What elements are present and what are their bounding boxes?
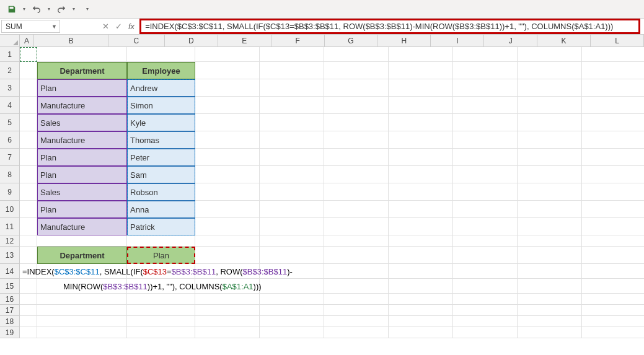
cell[interactable]	[518, 166, 582, 183]
row-header[interactable]: 18	[0, 316, 20, 327]
chevron-down-icon[interactable]: ▾	[71, 6, 77, 12]
cell[interactable]	[518, 264, 582, 279]
cell[interactable]	[518, 149, 582, 166]
cell[interactable]	[260, 47, 324, 62]
emp-cell[interactable]: Thomas	[127, 131, 195, 149]
cell[interactable]	[195, 218, 260, 235]
cell[interactable]	[389, 316, 453, 327]
cell[interactable]	[20, 294, 37, 305]
dept-cell[interactable]: Plan	[37, 149, 127, 166]
cell[interactable]	[389, 114, 453, 131]
cell[interactable]	[324, 247, 389, 264]
cell[interactable]	[324, 327, 389, 338]
cell[interactable]	[389, 235, 453, 247]
cell[interactable]	[389, 201, 453, 218]
dept-cell[interactable]: Manufacture	[37, 97, 127, 114]
cell[interactable]	[324, 79, 389, 97]
cell[interactable]	[453, 62, 518, 79]
cell[interactable]	[518, 327, 582, 338]
cell[interactable]	[324, 166, 389, 183]
cell[interactable]	[127, 47, 195, 62]
cell[interactable]	[453, 149, 518, 166]
dept-cell[interactable]: Manufacture	[37, 131, 127, 149]
cell[interactable]	[260, 114, 324, 131]
cell[interactable]	[389, 131, 453, 149]
cancel-icon[interactable]: ✕	[102, 22, 109, 31]
cell[interactable]	[20, 166, 37, 183]
cell[interactable]	[195, 327, 260, 338]
cell[interactable]	[195, 131, 260, 149]
emp-cell[interactable]: Andrew	[127, 79, 195, 97]
cell[interactable]	[582, 201, 644, 218]
cell[interactable]	[453, 131, 518, 149]
cell[interactable]	[195, 247, 260, 264]
cell[interactable]	[582, 166, 644, 183]
cell[interactable]	[582, 305, 644, 316]
cell[interactable]	[260, 97, 324, 114]
cell[interactable]	[453, 305, 518, 316]
cell[interactable]	[20, 114, 37, 131]
row-header[interactable]: 5	[0, 114, 20, 131]
cell[interactable]	[518, 114, 582, 131]
row-header[interactable]: 9	[0, 183, 20, 201]
emp-cell[interactable]: Anna	[127, 201, 195, 218]
cell[interactable]	[195, 114, 260, 131]
cell[interactable]	[195, 62, 260, 79]
cell[interactable]	[518, 316, 582, 327]
column-header[interactable]: E	[218, 35, 271, 47]
row-header[interactable]: 14	[0, 264, 20, 279]
cell[interactable]	[389, 47, 453, 62]
cell[interactable]	[195, 201, 260, 218]
dept-cell[interactable]: Plan	[37, 166, 127, 183]
cell[interactable]	[127, 235, 195, 247]
cell[interactable]	[582, 149, 644, 166]
cell[interactable]	[389, 218, 453, 235]
cell[interactable]	[20, 131, 37, 149]
row-header[interactable]: 19	[0, 327, 20, 338]
cell[interactable]	[389, 183, 453, 201]
cell[interactable]	[20, 201, 37, 218]
cell[interactable]	[260, 62, 324, 79]
row-header[interactable]: 1	[0, 47, 20, 62]
save-icon[interactable]	[4, 2, 20, 17]
cell[interactable]	[195, 97, 260, 114]
cell[interactable]	[195, 183, 260, 201]
emp-cell[interactable]: Patrick	[127, 218, 195, 235]
name-box[interactable]: SUM ▼	[1, 20, 60, 33]
select-all-corner[interactable]	[0, 35, 20, 47]
cell[interactable]	[20, 47, 37, 62]
row-header[interactable]: 13	[0, 247, 20, 264]
cell[interactable]	[453, 166, 518, 183]
cell[interactable]	[127, 294, 195, 305]
cell[interactable]	[260, 131, 324, 149]
emp-cell[interactable]: Simon	[127, 97, 195, 114]
cell[interactable]	[582, 47, 644, 62]
cell[interactable]	[518, 79, 582, 97]
column-header[interactable]: D	[165, 35, 218, 47]
customize-qat-icon[interactable]: ▾	[84, 6, 90, 12]
emp-cell[interactable]: Robson	[127, 183, 195, 201]
cell[interactable]	[20, 183, 37, 201]
cell[interactable]	[518, 201, 582, 218]
cell[interactable]	[260, 247, 324, 264]
cell[interactable]	[20, 235, 37, 247]
cell[interactable]	[582, 79, 644, 97]
cell[interactable]	[453, 47, 518, 62]
cell[interactable]	[324, 131, 389, 149]
cell[interactable]	[389, 79, 453, 97]
cell[interactable]	[195, 47, 260, 62]
column-header[interactable]: L	[591, 35, 644, 47]
cell[interactable]	[389, 305, 453, 316]
cell[interactable]	[20, 327, 37, 338]
column-header[interactable]: I	[431, 35, 484, 47]
cell[interactable]	[518, 47, 582, 62]
cell[interactable]	[20, 218, 37, 235]
cell[interactable]	[195, 79, 260, 97]
cell[interactable]	[127, 327, 195, 338]
cell[interactable]	[389, 149, 453, 166]
cell[interactable]	[453, 316, 518, 327]
cell[interactable]	[582, 294, 644, 305]
cell[interactable]	[260, 149, 324, 166]
column-header[interactable]: G	[325, 35, 378, 47]
cell[interactable]	[389, 166, 453, 183]
